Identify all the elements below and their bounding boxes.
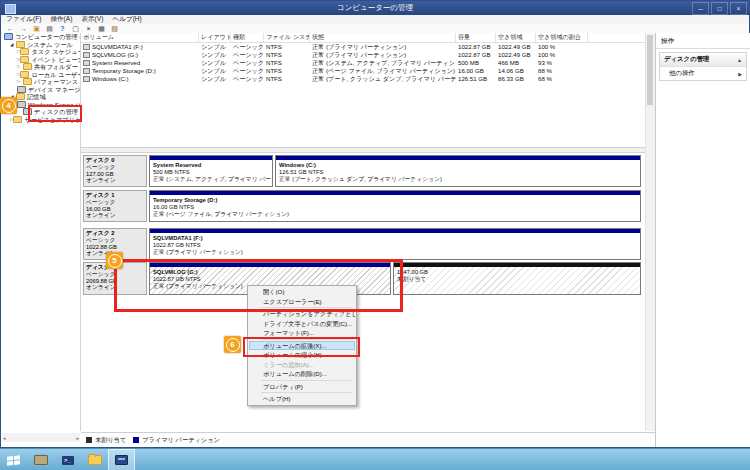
column-free-percent[interactable]: 空き領域の割合 [536, 33, 588, 42]
tree-item-performance[interactable]: ▷ パフォーマンス [2, 78, 80, 86]
windows-logo-icon [7, 455, 20, 465]
volume-row-temporary-storage[interactable]: Temporary Storage (D:) シンプル ベーシック NTFS 正… [81, 67, 645, 75]
menu-item-mark-partition-active[interactable]: パーティションをアクティブとしてマーク(M) [249, 309, 355, 319]
column-status[interactable]: 状態 [310, 33, 456, 42]
column-volume[interactable]: ボリューム [81, 33, 199, 42]
menu-file[interactable]: ファイル(F) [6, 15, 41, 24]
file-explorer-icon[interactable] [81, 449, 108, 470]
export-list-icon[interactable]: ▤ [45, 25, 54, 33]
unallocated-legend-swatch [86, 437, 92, 443]
tree-item-root[interactable]: コンピューターの管理 (ローカル) [2, 33, 80, 41]
annotation-marker-5: 5 [106, 252, 123, 269]
collapse-arrow-icon[interactable]: ▲ [737, 57, 742, 63]
menu-item-help[interactable]: ヘルプ(H) [249, 394, 355, 404]
partition-system-reserved[interactable]: System Reserved 500 MB NTFS 正常 (システム, アク… [149, 155, 273, 187]
disk-row-2: ディスク 2 ベーシック 1022.88 GB オンライン SQLVMDATA1… [83, 228, 641, 260]
disk-row-0: ディスク 0 ベーシック 127.00 GB オンライン System Rese… [83, 155, 641, 187]
disk-0-info[interactable]: ディスク 0 ベーシック 127.00 GB オンライン [83, 155, 147, 187]
annotation-marker-4: 4 [0, 97, 17, 114]
refresh-window-icon[interactable]: ▢ [71, 25, 80, 33]
actions-group-header[interactable]: ディスクの管理 ▲ [660, 53, 746, 67]
computer-management-window: コンピューターの管理 ─ □ × ファイル(F) 操作(A) 表示(V) ヘルプ… [0, 0, 750, 448]
vertical-scrollbar[interactable] [645, 33, 655, 431]
window-controls: ─ □ × [692, 2, 747, 15]
taskbar: >_ [0, 448, 750, 470]
volume-icon [83, 76, 90, 82]
tree-item-local-users-groups[interactable]: ▷ ローカル ユーザーとグループ [2, 71, 80, 79]
scroll-left-icon[interactable]: ◂ [3, 435, 6, 441]
menu-action[interactable]: 操作(A) [50, 15, 72, 24]
primary-partition-stripe [150, 191, 640, 195]
desktop: コンピューターの管理 ─ □ × ファイル(F) 操作(A) 表示(V) ヘルプ… [0, 0, 750, 470]
tree-item-shared-folders[interactable]: ▷ 共有フォルダー [2, 63, 80, 71]
tree-horizontal-scrollbar[interactable]: ◂ ▸ [2, 433, 80, 442]
tree-item-event-viewer[interactable]: ▷ イベント ビューアー [2, 56, 80, 64]
menu-view[interactable]: 表示(V) [81, 15, 103, 24]
maximize-button[interactable]: □ [711, 2, 728, 15]
volume-context-menu: 開く(O) エクスプローラー(E) パーティションをアクティブとしてマーク(M)… [247, 285, 357, 406]
back-icon[interactable]: ← [6, 25, 15, 33]
explorer-icon[interactable]: ▧ [110, 25, 119, 33]
legend-bar: 未割り当て プライマリ パーティション [81, 432, 659, 447]
tree-item-task-scheduler[interactable]: ▷ タスク スケジューラ [2, 48, 80, 56]
close-button[interactable]: × [730, 2, 747, 15]
show-console-tree-icon[interactable]: ▣ [32, 25, 41, 33]
disk-1-info[interactable]: ディスク 1 ベーシック 16.00 GB オンライン [83, 190, 147, 222]
menu-item-open[interactable]: 開く(O) [249, 287, 355, 297]
folder-icon [23, 78, 32, 85]
scrollbar-thumb[interactable] [647, 35, 653, 105]
forward-icon[interactable]: → [19, 25, 28, 33]
menu-item-extend-volume[interactable]: ボリュームの拡張(X)... [249, 341, 355, 351]
volume-row-sqlvmlog[interactable]: SQLVMLOG (G:) シンプル ベーシック NTFS 正常 (プライマリ … [81, 51, 645, 59]
actions-item-more-actions[interactable]: 他の操作 ▶ [660, 67, 746, 80]
computer-management-taskbar-icon[interactable] [108, 449, 135, 470]
tree-item-device-manager[interactable]: デバイス マネージャー [2, 86, 80, 94]
column-free-space[interactable]: 空き領域 [496, 33, 536, 42]
volume-row-system-reserved[interactable]: System Reserved シンプル ベーシック NTFS 正常 (システム… [81, 59, 645, 67]
start-button[interactable] [0, 449, 27, 470]
powershell-icon[interactable]: >_ [54, 449, 81, 470]
unallocated-stripe [394, 263, 640, 267]
partition-sqlvmdata1-f[interactable]: SQLVMDATA1 (F:) 1022.87 GB NTFS 正常 (プライマ… [149, 228, 641, 260]
menu-help[interactable]: ヘルプ(H) [112, 15, 141, 24]
column-type[interactable]: 種類 [231, 33, 264, 42]
partition-temporary-storage-d[interactable]: Temporary Storage (D:) 16.00 GB NTFS 正常 … [149, 190, 641, 222]
menu-item-explorer[interactable]: エクスプローラー(E) [249, 297, 355, 307]
minimize-button[interactable]: ─ [692, 2, 709, 15]
folder-icon [16, 93, 25, 100]
scroll-right-icon[interactable]: ▸ [76, 435, 79, 441]
volume-icon [83, 44, 90, 50]
backup-icon [17, 101, 26, 108]
partition-windows-c[interactable]: Windows (C:) 126.51 GB NTFS 正常 (ブート, クラッ… [275, 155, 641, 187]
properties-icon[interactable]: ▦ [97, 25, 106, 33]
menu-item-add-mirror[interactable]: ミラーの追加(A)... [249, 360, 355, 370]
primary-partition-stripe [150, 263, 390, 267]
server-manager-icon[interactable] [27, 449, 54, 470]
menu-item-shrink-volume[interactable]: ボリュームの縮小(H)... [249, 350, 355, 360]
volume-icon [83, 60, 90, 66]
delete-icon[interactable]: × [84, 25, 93, 33]
unallocated-space[interactable]: 1047.00 GB 未割り当て [393, 262, 641, 295]
column-layout[interactable]: レイアウト [199, 33, 231, 42]
volume-list-header: ボリューム レイアウト 種類 ファイル システム 状態 容量 空き領域 空き領域… [81, 33, 645, 43]
title-bar[interactable]: コンピューターの管理 ─ □ × [1, 1, 749, 15]
tree-item-system-tools[interactable]: ◢ システム ツール [2, 41, 80, 49]
volume-icon [83, 68, 90, 74]
menu-item-properties[interactable]: プロパティ(P) [249, 382, 355, 392]
menu-item-format[interactable]: フォーマット(F)... [249, 328, 355, 338]
column-capacity[interactable]: 容量 [456, 33, 496, 42]
menu-separator [261, 392, 353, 393]
actions-pane-title: 操作 [656, 33, 750, 49]
console-tree: コンピューターの管理 (ローカル) ◢ システム ツール ▷ タスク スケジュー… [2, 33, 81, 431]
primary-partition-stripe [150, 156, 272, 160]
tree-item-services-applications[interactable]: ▷ サービスとアプリケーション [2, 116, 80, 124]
help-icon[interactable]: ? [58, 25, 67, 33]
actions-group-disk-management: ディスクの管理 ▲ 他の操作 ▶ [659, 52, 747, 81]
pane-splitter[interactable] [81, 147, 645, 153]
menu-separator [261, 307, 353, 308]
volume-row-sqlvmdata1[interactable]: SQLVMDATA1 (F:) シンプル ベーシック NTFS 正常 (プライマ… [81, 43, 645, 51]
column-filesystem[interactable]: ファイル システム [264, 33, 310, 42]
menu-item-change-drive-letter[interactable]: ドライブ文字とパスの変更(C)... [249, 319, 355, 329]
volume-row-windows-c[interactable]: Windows (C:) シンプル ベーシック NTFS 正常 (ブート, クラ… [81, 75, 645, 83]
menu-item-delete-volume[interactable]: ボリュームの削除(D)... [249, 369, 355, 379]
